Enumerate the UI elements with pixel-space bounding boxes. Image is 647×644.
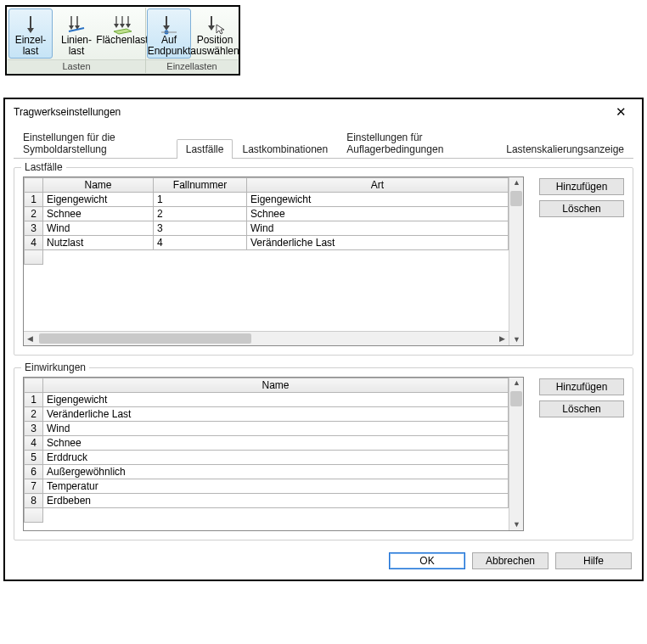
cell-art[interactable]: Wind: [247, 221, 509, 236]
row-number: [25, 250, 43, 265]
tab-auflagerbedingungen[interactable]: Einstellungen für Auflagerbedingungen: [337, 127, 497, 159]
table-row[interactable]: 7Temperatur: [25, 479, 509, 494]
lastfaelle-delete-button[interactable]: Löschen: [539, 200, 624, 217]
grid-einwirkungen[interactable]: Name 1Eigengewicht2Veränderliche Last3Wi…: [23, 377, 524, 531]
arrow-down-icon: [19, 13, 42, 35]
col-rownum: [25, 378, 43, 393]
ribbon-auf-endpunkt[interactable]: AufEndpunkt: [147, 8, 191, 59]
table-row[interactable]: 5Erddruck: [25, 451, 509, 465]
cell-name[interactable]: Veränderliche Last: [43, 407, 509, 422]
ok-button[interactable]: OK: [389, 552, 465, 569]
arrow-cursor-icon: [203, 13, 227, 35]
col-name[interactable]: Name: [43, 378, 509, 393]
svg-marker-12: [126, 24, 131, 28]
cell-name[interactable]: Nutzlast: [43, 236, 154, 250]
row-number: 4: [25, 436, 43, 451]
close-button[interactable]: ✕: [608, 104, 633, 120]
cell-art[interactable]: Schnee: [247, 207, 509, 221]
einwirkungen-add-button[interactable]: Hinzufügen: [539, 378, 624, 395]
svg-marker-19: [208, 25, 215, 31]
row-number: 2: [25, 407, 43, 422]
svg-marker-15: [163, 25, 170, 31]
row-number: [25, 508, 43, 523]
scroll-down-icon[interactable]: ▼: [512, 520, 521, 529]
ribbon-group-lasten: Einzel-lastLinien-lastFlächenlast Lasten: [8, 8, 146, 73]
dialog-tragwerkseinstellungen: Tragwerkseinstellungen ✕ Einstellungen f…: [3, 98, 644, 581]
table-row[interactable]: 3Wind: [25, 422, 509, 436]
cell-name[interactable]: Eigengewicht: [43, 393, 509, 407]
ribbon-position-auswahl[interactable]: Positionauswählen: [193, 8, 237, 59]
scrollbar-vertical[interactable]: ▲ ▼: [509, 177, 523, 345]
scrollbar-vertical[interactable]: ▲ ▼: [509, 378, 523, 530]
ribbon-panel: Einzel-lastLinien-lastFlächenlast Lasten…: [5, 5, 240, 76]
col-rownum: [25, 178, 43, 193]
cell-name[interactable]: Erdbeben: [43, 494, 509, 508]
scroll-down-icon[interactable]: ▼: [512, 335, 521, 344]
cell-name[interactable]: Eigengewicht: [43, 193, 154, 207]
cell-fallnummer[interactable]: 4: [154, 236, 247, 250]
cell-fallnummer[interactable]: 2: [154, 207, 247, 221]
dialog-title: Tragwerkseinstellungen: [14, 106, 121, 118]
table-row[interactable]: 8Erdbeben: [25, 494, 509, 508]
table-row[interactable]: 2Schnee2Schnee: [25, 207, 509, 221]
cell-fallnummer[interactable]: 1: [154, 193, 247, 207]
ribbon-item-label: last: [23, 46, 39, 57]
row-number: 1: [25, 193, 43, 207]
row-number: 8: [25, 494, 43, 508]
arrow-to-point-icon: [157, 13, 181, 35]
scroll-left-icon[interactable]: ◀: [25, 334, 35, 344]
cancel-button[interactable]: Abbrechen: [472, 552, 549, 569]
row-number: 2: [25, 207, 43, 221]
cell-name[interactable]: Temperatur: [43, 479, 509, 494]
scrollbar-horizontal[interactable]: ◀ ▶: [24, 331, 509, 345]
group-lastfaelle: Lastfälle Name Fallnummer: [14, 167, 633, 356]
ribbon-flaechenlast[interactable]: Flächenlast: [100, 8, 144, 59]
svg-marker-1: [27, 28, 34, 33]
table-row[interactable]: 4Nutzlast4Veränderliche Last: [25, 236, 509, 250]
help-button[interactable]: Hilfe: [555, 552, 632, 569]
col-art[interactable]: Art: [247, 178, 509, 193]
tab-symboldarstellung[interactable]: Einstellungen für die Symboldarstellung: [14, 127, 177, 159]
cell-name[interactable]: Außergewöhnlich: [43, 465, 509, 479]
col-fallnummer[interactable]: Fallnummer: [154, 178, 247, 193]
dialog-footer: OK Abbrechen Hilfe: [14, 552, 633, 569]
arrows-plane-icon: [110, 13, 134, 35]
tab-lastkombinationen[interactable]: Lastkombinationen: [233, 139, 337, 159]
cell-name[interactable]: Schnee: [43, 207, 154, 221]
table-row[interactable]: 4Schnee: [25, 436, 509, 451]
scroll-up-icon[interactable]: ▲: [512, 378, 521, 388]
table-row[interactable]: 6Außergewöhnlich: [25, 465, 509, 479]
scroll-up-icon[interactable]: ▲: [512, 178, 521, 188]
ribbon-group-einzellasten: AufEndpunktPositionauswählenEinzellasten: [146, 8, 238, 73]
row-number: 1: [25, 393, 43, 407]
dialog-titlebar: Tragwerkseinstellungen ✕: [5, 99, 642, 125]
cell-name[interactable]: Erddruck: [43, 451, 509, 465]
table-row[interactable]: 3Wind3Wind: [25, 221, 509, 236]
col-name[interactable]: Name: [43, 178, 154, 193]
tab-lastfaelle[interactable]: Lastfälle: [177, 139, 233, 159]
row-number: 7: [25, 479, 43, 494]
row-number: 4: [25, 236, 43, 250]
cell-name[interactable]: Wind: [43, 221, 154, 236]
einwirkungen-delete-button[interactable]: Löschen: [539, 400, 624, 417]
cell-name[interactable]: Wind: [43, 422, 509, 436]
ribbon-group-label: Einzellasten: [146, 59, 238, 73]
cell-art[interactable]: Veränderliche Last: [247, 236, 509, 250]
cell-art[interactable]: Eigengewicht: [247, 193, 509, 207]
row-number: 3: [25, 422, 43, 436]
cell-fallnummer[interactable]: 3: [154, 221, 247, 236]
ribbon-group-label: Lasten: [8, 59, 145, 73]
scroll-right-icon[interactable]: ▶: [498, 334, 507, 344]
svg-marker-8: [114, 24, 119, 28]
table-row[interactable]: 1Eigengewicht1Eigengewicht: [25, 193, 509, 207]
tab-lastenskalierung[interactable]: Lastenskalierungsanzeige: [497, 139, 633, 159]
ribbon-einzellast[interactable]: Einzel-last: [8, 8, 53, 59]
lastfaelle-add-button[interactable]: Hinzufügen: [539, 178, 624, 195]
ribbon-linienlast[interactable]: Linien-last: [54, 8, 98, 59]
svg-marker-20: [217, 25, 224, 34]
cell-name[interactable]: Schnee: [43, 436, 509, 451]
grid-lastfaelle[interactable]: Name Fallnummer Art 1Eigengewicht1Eigeng…: [23, 176, 524, 346]
row-number: 5: [25, 451, 43, 465]
table-row[interactable]: 2Veränderliche Last: [25, 407, 509, 422]
table-row[interactable]: 1Eigengewicht: [25, 393, 509, 407]
